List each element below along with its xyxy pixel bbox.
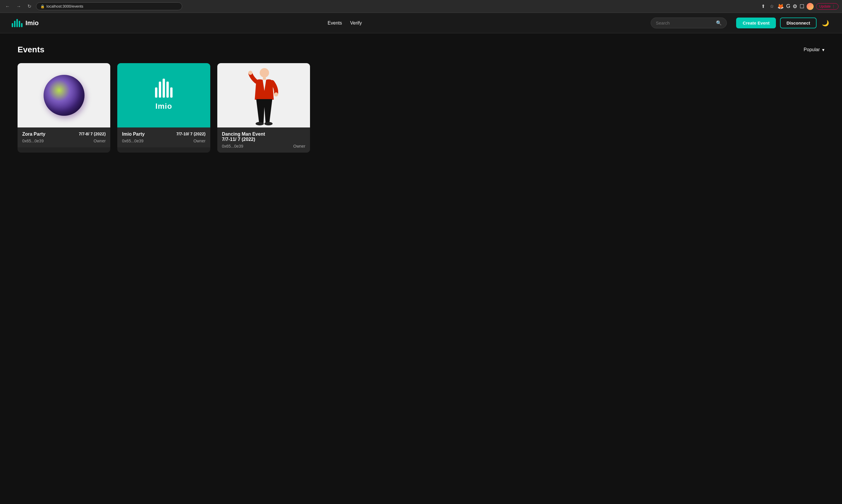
update-button[interactable]: Update ⋮: [816, 3, 839, 10]
svg-rect-1: [263, 77, 266, 80]
search-icon: 🔍: [716, 20, 722, 26]
event-date-1: 7/7-8/ 7 (2022): [79, 131, 106, 136]
sort-chevron-icon: ▾: [822, 47, 824, 53]
nav-logo[interactable]: Imio: [12, 19, 39, 27]
event-bottom-row-1: 0x65...0e39 Owner: [22, 139, 106, 143]
event-bottom-row-2: 0x65...0e39 Owner: [122, 139, 205, 143]
update-chevron: ⋮: [832, 4, 835, 8]
svg-point-2: [248, 71, 252, 75]
event-name-block-3: Dancing Man Event 7/7-11/ 7 (2022): [222, 131, 265, 142]
imio-brand-text: Imio: [155, 102, 172, 111]
event-date-2: 7/7-10/ 7 (2022): [176, 131, 205, 136]
imio-bar-5: [170, 87, 173, 98]
event-top-row-3: Dancing Man Event 7/7-11/ 7 (2022): [222, 131, 305, 142]
event-address-2: 0x65...0e39: [122, 139, 143, 143]
event-name-3: Dancing Man Event: [222, 131, 265, 137]
event-card-1[interactable]: Zora Party 7/7-8/ 7 (2022) 0x65...0e39 O…: [18, 63, 110, 152]
event-role-3: Owner: [293, 144, 305, 148]
address-bar[interactable]: 🔒 localhost:3000/events: [36, 2, 182, 10]
svg-point-3: [274, 92, 278, 96]
logo-bar-1: [12, 23, 13, 27]
extension-icon-4: ☐: [800, 3, 804, 10]
forward-button[interactable]: →: [15, 3, 23, 10]
search-bar: 🔍: [651, 18, 727, 28]
events-grid: Zora Party 7/7-8/ 7 (2022) 0x65...0e39 O…: [18, 63, 310, 152]
event-name-2: Imio Party: [122, 131, 144, 137]
event-image-2: Imio: [117, 63, 210, 127]
nav-events-link[interactable]: Events: [327, 20, 342, 26]
svg-point-5: [264, 122, 273, 125]
share-button[interactable]: ⬆: [760, 2, 766, 10]
event-bottom-row-3: 0x65...0e39 Owner: [222, 144, 305, 148]
event-top-row-1: Zora Party 7/7-8/ 7 (2022): [22, 131, 106, 137]
reload-button[interactable]: ↻: [26, 2, 33, 10]
event-image-3: [217, 63, 310, 127]
event-address-1: 0x65...0e39: [22, 139, 43, 143]
event-name-1: Zora Party: [22, 131, 45, 137]
event-address-3: 0x65...0e39: [222, 144, 243, 148]
back-button[interactable]: ←: [3, 3, 12, 10]
extension-icon-3: ⚙: [792, 3, 797, 10]
page-header: Events Popular ▾: [18, 45, 824, 54]
svg-point-0: [260, 68, 269, 77]
imio-bar-4: [166, 82, 169, 98]
svg-point-4: [256, 122, 264, 125]
disconnect-button[interactable]: Disconnect: [780, 18, 817, 28]
extension-icon-1: 🦊: [777, 3, 784, 10]
logo-bar-5: [21, 23, 22, 27]
browser-actions: ⬆ ☆ 🦊 G ⚙ ☐ Update ⋮: [760, 2, 839, 10]
event-card-2[interactable]: Imio Imio Party 7/7-10/ 7 (2022) 0x65...…: [117, 63, 210, 152]
main-content: Events Popular ▾ Zora Party 7/7-8/ 7 (20…: [0, 33, 842, 164]
dancer-figure: [247, 65, 280, 126]
logo-bar-3: [16, 19, 18, 27]
event-top-row-2: Imio Party 7/7-10/ 7 (2022): [122, 131, 205, 137]
imio-bar-2: [159, 82, 161, 98]
event-role-2: Owner: [193, 139, 205, 143]
nav-links: Events Verify: [48, 20, 641, 26]
event-info-2: Imio Party 7/7-10/ 7 (2022) 0x65...0e39 …: [117, 127, 210, 147]
search-input[interactable]: [656, 20, 713, 25]
event-card-3[interactable]: Dancing Man Event 7/7-11/ 7 (2022) 0x65.…: [217, 63, 310, 152]
imio-bar-1: [155, 87, 157, 98]
update-label: Update: [819, 4, 830, 8]
extension-icon-2: G: [786, 3, 790, 10]
event-info-3: Dancing Man Event 7/7-11/ 7 (2022) 0x65.…: [217, 127, 310, 152]
nav-actions: Create Event Disconnect 🌙: [736, 18, 830, 28]
event-image-1: [18, 63, 110, 127]
purple-sphere: [43, 75, 85, 116]
navbar: Imio Events Verify 🔍 Create Event Discon…: [0, 13, 842, 33]
theme-toggle-button[interactable]: 🌙: [821, 18, 830, 28]
logo-bar-4: [19, 21, 20, 27]
create-event-button[interactable]: Create Event: [736, 18, 776, 28]
browser-chrome: ← → ↻ 🔒 localhost:3000/events ⬆ ☆ 🦊 G ⚙ …: [0, 0, 842, 13]
bookmark-button[interactable]: ☆: [769, 2, 775, 10]
lock-icon: 🔒: [40, 4, 45, 8]
sort-label: Popular: [804, 47, 820, 52]
event-info-1: Zora Party 7/7-8/ 7 (2022) 0x65...0e39 O…: [18, 127, 110, 147]
page-title: Events: [18, 45, 44, 54]
logo-text: Imio: [25, 19, 39, 27]
event-date-line2-3: 7/7-11/ 7 (2022): [222, 137, 265, 142]
logo-bar-2: [14, 21, 16, 27]
nav-verify-link[interactable]: Verify: [350, 20, 362, 26]
imio-logo-large: [155, 80, 173, 98]
logo-icon: [12, 19, 22, 27]
event-role-1: Owner: [94, 139, 106, 143]
user-avatar[interactable]: [807, 3, 813, 10]
address-text: localhost:3000/events: [47, 4, 83, 8]
sort-dropdown[interactable]: Popular ▾: [804, 47, 824, 53]
imio-bar-3: [163, 79, 165, 98]
